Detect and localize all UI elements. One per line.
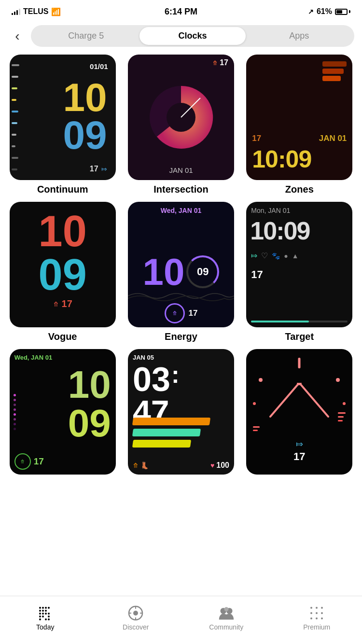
svg-line-3 <box>270 383 299 417</box>
clock-face-continuum[interactable]: 01/01 10 09 17 ⤇ <box>10 55 116 180</box>
energy-hour: 10 <box>143 253 185 291</box>
sparkle-chevron-icon: ⤊ <box>20 459 25 465</box>
continuum-date: 01/01 <box>14 58 112 71</box>
clock-item-analog[interactable]: ⤇ 17 <box>244 349 355 478</box>
svg-point-10 <box>39 610 41 612</box>
intersection-top: ⤊ 17 <box>212 58 228 67</box>
status-left: TELUS 📶 <box>12 7 61 16</box>
clock-item-energy[interactable]: Wed, JAN 01 10 09 ⤊ 17 Energy <box>125 202 237 342</box>
vogue-bottom: ⤊ 17 <box>53 298 72 309</box>
target-steps-icon: 🐾 <box>272 252 280 260</box>
target-progress-bar <box>251 321 348 322</box>
zones-meta: 17 JAN 01 <box>252 134 347 143</box>
clock-item-intersection[interactable]: ⤊ 17 JAN 01 Inte <box>125 55 237 195</box>
clock-face-sparkle[interactable]: Wed, JAN 01 10 09 ⤊ 17 <box>10 349 116 475</box>
vogue-hour: 10 <box>39 210 87 253</box>
analog-bottom-dashes <box>253 426 260 431</box>
vogue-chevron-icon: ⤊ <box>53 300 59 308</box>
clock-item-vogue[interactable]: 10 09 ⤊ 17 Vogue <box>7 202 118 342</box>
status-bar: TELUS 📶 6:14 PM ↗ 61% <box>0 0 362 21</box>
svg-point-19 <box>48 616 50 617</box>
clock-item-target[interactable]: Mon, JAN 01 10:09 ⤇ ♡ 🐾 ● ▲ 17 Target <box>244 202 355 342</box>
sparkle-min: 09 <box>68 404 111 443</box>
status-right: ↗ 61% <box>308 7 350 16</box>
energy-waves <box>128 289 234 303</box>
energy-chevron-icon: ⤊ <box>172 310 177 317</box>
nav-item-premium[interactable]: Premium <box>272 605 362 631</box>
svg-point-40 <box>321 617 323 619</box>
zones-time: 10:09 <box>252 145 347 173</box>
target-date: Mon, JAN 01 <box>251 207 290 214</box>
zones-steps: 17 <box>252 134 261 143</box>
clock-face-diagonal[interactable]: JAN 05 03 : 47 ⤊ 👢 ♥ 100 <box>128 349 234 475</box>
clock-face-energy[interactable]: Wed, JAN 01 10 09 ⤊ 17 <box>128 202 234 327</box>
svg-point-15 <box>45 613 47 615</box>
zones-waves <box>322 61 347 81</box>
nav-discover-label: Discover <box>123 623 149 631</box>
nav-today-label: Today <box>36 623 54 631</box>
clock-item-zones[interactable]: 17 JAN 01 10:09 Zones <box>244 55 355 195</box>
analog-dot-2 <box>336 378 340 382</box>
energy-date: Wed, JAN 01 <box>128 207 234 214</box>
svg-point-9 <box>48 607 50 609</box>
nav-community-label: Community <box>209 623 243 631</box>
energy-ring: 09 <box>186 255 219 288</box>
community-icon <box>218 605 235 621</box>
bottom-nav: Today Discover Community <box>0 596 362 644</box>
intersection-chevron-icon: ⤊ <box>212 59 218 67</box>
svg-point-20 <box>39 618 41 620</box>
diagonal-bars <box>133 418 229 448</box>
battery-icon <box>335 9 350 15</box>
svg-point-12 <box>45 610 47 612</box>
vogue-min: 09 <box>39 253 87 296</box>
target-location-icon: ● <box>284 252 288 260</box>
target-time: 10:09 <box>250 216 309 245</box>
nav-item-discover[interactable]: Discover <box>91 605 181 631</box>
clock-item-diagonal[interactable]: JAN 05 03 : 47 ⤊ 👢 ♥ 100 <box>125 349 237 478</box>
svg-point-31 <box>224 607 228 611</box>
analog-chevron-icon: ⤇ <box>246 439 352 449</box>
clock-item-continuum[interactable]: 01/01 10 09 17 ⤇ Continuum <box>7 55 118 195</box>
target-progress-fill <box>251 321 309 322</box>
target-icons: ⤇ ♡ 🐾 ● ▲ <box>251 251 298 260</box>
analog-top-bar <box>298 358 301 368</box>
clock-face-vogue[interactable]: 10 09 ⤊ 17 <box>10 202 116 327</box>
energy-bottom: ⤊ 17 <box>128 303 234 323</box>
diagonal-hour: 03 <box>133 363 170 396</box>
clock-face-analog[interactable]: ⤇ 17 <box>246 349 352 475</box>
continuum-hour: 10 <box>24 79 107 116</box>
continuum-steps: 17 <box>90 165 98 173</box>
tab-apps[interactable]: Apps <box>246 27 352 45</box>
svg-point-34 <box>321 607 323 609</box>
carrier-label: TELUS <box>23 7 48 16</box>
sparkle-hour: 10 <box>68 365 111 404</box>
energy-steps: 17 <box>189 308 198 318</box>
zones-date: JAN 01 <box>319 134 347 143</box>
intersection-pie <box>147 84 215 151</box>
continuum-label: Continuum <box>37 184 88 195</box>
clock-face-target[interactable]: Mon, JAN 01 10:09 ⤇ ♡ 🐾 ● ▲ 17 <box>246 202 352 327</box>
tab-clocks[interactable]: Clocks <box>139 27 246 45</box>
back-button[interactable]: ‹ <box>8 27 27 46</box>
battery-percent: 61% <box>317 7 332 16</box>
nav-tabs: Charge 5 Clocks Apps <box>31 25 354 47</box>
clock-face-zones[interactable]: 17 JAN 01 10:09 <box>246 55 352 180</box>
analog-side-dashes <box>338 397 346 436</box>
energy-min: 09 <box>197 266 209 278</box>
nav-item-today[interactable]: Today <box>0 605 91 631</box>
diagonal-date: JAN 05 <box>133 354 154 361</box>
analog-steps: 17 <box>246 450 352 463</box>
nav-item-community[interactable]: Community <box>181 605 272 631</box>
svg-point-22 <box>48 618 50 620</box>
svg-point-32 <box>310 607 312 609</box>
sparkle-bottom: ⤊ 17 <box>14 453 44 470</box>
clock-item-sparkle[interactable]: Wed, JAN 01 10 09 ⤊ 17 <box>7 349 118 478</box>
tab-charge5[interactable]: Charge 5 <box>33 27 139 45</box>
nav-premium-label: Premium <box>303 623 330 631</box>
sparkle-dots <box>14 373 16 450</box>
vogue-steps: 17 <box>62 298 72 309</box>
continuum-chevron-icon: ⤇ <box>101 165 107 173</box>
clock-face-intersection[interactable]: ⤊ 17 JAN 01 <box>128 55 234 180</box>
svg-point-33 <box>316 607 318 609</box>
status-time: 6:14 PM <box>165 7 197 17</box>
